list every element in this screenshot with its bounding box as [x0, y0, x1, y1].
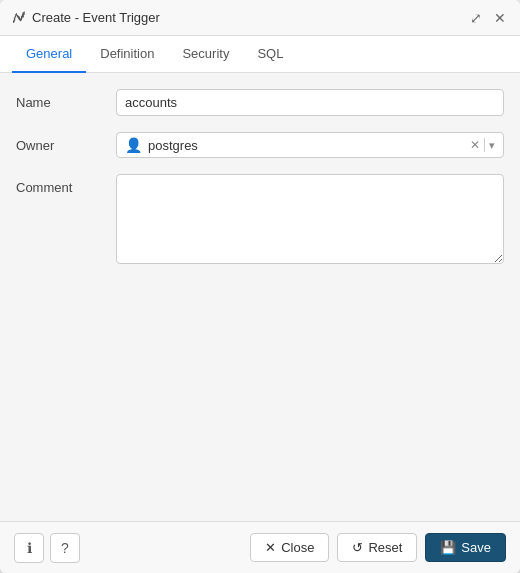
dialog-icon: 🗲 [12, 10, 26, 26]
owner-value: postgres [148, 138, 464, 153]
tab-bar: General Definition Security SQL [0, 36, 520, 73]
owner-row: Owner 👤 postgres ✕ ▾ [16, 132, 504, 158]
titlebar-left: 🗲 Create - Event Trigger [12, 10, 160, 26]
dialog-title: Create - Event Trigger [32, 10, 160, 25]
help-button[interactable]: ? [50, 533, 80, 563]
help-icon: ? [61, 540, 69, 556]
owner-separator [484, 138, 485, 152]
close-label: Close [281, 540, 314, 555]
name-label: Name [16, 89, 116, 110]
save-label: Save [461, 540, 491, 555]
reset-label: Reset [368, 540, 402, 555]
create-event-trigger-dialog: 🗲 Create - Event Trigger ⤢ ✕ General Def… [0, 0, 520, 573]
reset-button[interactable]: ↺ Reset [337, 533, 417, 562]
owner-clear-button[interactable]: ✕ [470, 138, 480, 152]
info-button[interactable]: ℹ [14, 533, 44, 563]
tab-general[interactable]: General [12, 36, 86, 73]
owner-label: Owner [16, 132, 116, 153]
name-row: Name [16, 89, 504, 116]
close-button[interactable]: ✕ Close [250, 533, 329, 562]
owner-chevron-icon[interactable]: ▾ [489, 139, 495, 152]
footer-left: ℹ ? [14, 533, 80, 563]
titlebar: 🗲 Create - Event Trigger ⤢ ✕ [0, 0, 520, 36]
reset-icon: ↺ [352, 540, 363, 555]
save-button[interactable]: 💾 Save [425, 533, 506, 562]
comment-input[interactable] [116, 174, 504, 264]
expand-button[interactable]: ⤢ [468, 8, 484, 28]
footer-right: ✕ Close ↺ Reset 💾 Save [250, 533, 506, 562]
owner-control: 👤 postgres ✕ ▾ [116, 132, 504, 158]
tab-sql[interactable]: SQL [243, 36, 297, 73]
close-icon: ✕ [265, 540, 276, 555]
name-control [116, 89, 504, 116]
close-window-button[interactable]: ✕ [492, 8, 508, 28]
info-icon: ℹ [27, 540, 32, 556]
footer: ℹ ? ✕ Close ↺ Reset 💾 Save [0, 521, 520, 573]
comment-label: Comment [16, 174, 116, 195]
form-content: Name Owner 👤 postgres ✕ ▾ [0, 73, 520, 521]
tab-definition[interactable]: Definition [86, 36, 168, 73]
comment-row: Comment [16, 174, 504, 267]
save-icon: 💾 [440, 540, 456, 555]
tab-security[interactable]: Security [168, 36, 243, 73]
name-input[interactable] [116, 89, 504, 116]
comment-control [116, 174, 504, 267]
owner-actions: ✕ ▾ [470, 138, 495, 152]
owner-dropdown[interactable]: 👤 postgres ✕ ▾ [116, 132, 504, 158]
titlebar-actions: ⤢ ✕ [468, 8, 508, 28]
owner-user-icon: 👤 [125, 137, 142, 153]
